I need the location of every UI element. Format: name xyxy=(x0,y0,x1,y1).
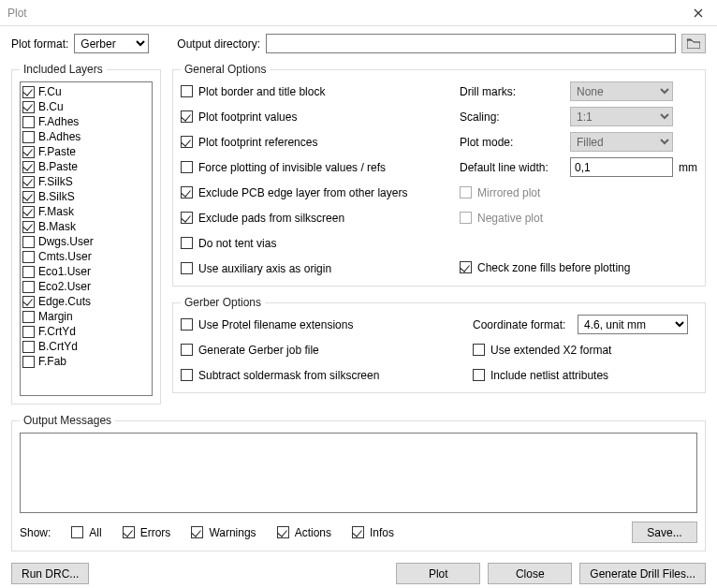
layer-label: Margin xyxy=(38,310,73,323)
filter-actions-checkbox[interactable] xyxy=(277,526,289,538)
layer-label: F.Adhes xyxy=(38,115,79,128)
line-width-label: Default line width: xyxy=(460,161,564,174)
layer-checkbox[interactable] xyxy=(22,326,35,338)
layer-row[interactable]: B.CrtYd xyxy=(22,339,150,354)
close-button[interactable]: Close xyxy=(488,563,572,584)
layer-checkbox[interactable] xyxy=(22,176,35,188)
netlist-attr-checkbox[interactable] xyxy=(473,369,485,381)
layer-row[interactable]: Edge.Cuts xyxy=(22,294,150,309)
filter-all-label: All xyxy=(89,526,101,539)
messages-output[interactable] xyxy=(20,433,697,513)
filter-errors-checkbox[interactable] xyxy=(123,526,135,538)
check-zones-checkbox[interactable] xyxy=(460,261,472,273)
plot-format-label: Plot format: xyxy=(11,37,68,51)
layer-label: B.Cu xyxy=(38,100,64,113)
plot-mode-select: Filled xyxy=(570,132,673,152)
general-opt-checkbox-0[interactable] xyxy=(181,85,193,97)
general-opt-checkbox-2[interactable] xyxy=(181,136,193,148)
layer-checkbox[interactable] xyxy=(22,131,35,143)
show-label: Show: xyxy=(20,526,51,539)
general-opt-label-4: Exclude PCB edge layer from other layers xyxy=(198,186,407,199)
coord-format-label: Coordinate format: xyxy=(473,318,572,331)
layer-row[interactable]: B.SilkS xyxy=(22,189,150,204)
general-opt-checkbox-5[interactable] xyxy=(181,212,193,224)
window-title: Plot xyxy=(7,0,27,26)
layer-row[interactable]: Eco1.User xyxy=(22,264,150,279)
drill-marks-select: None xyxy=(570,81,673,101)
layer-row[interactable]: F.Mask xyxy=(22,204,150,219)
layer-label: Edge.Cuts xyxy=(38,295,91,308)
general-opt-checkbox-4[interactable] xyxy=(181,186,193,198)
layer-row[interactable]: B.Paste xyxy=(22,159,150,174)
gerber-opt-checkbox-2[interactable] xyxy=(181,369,193,381)
layer-checkbox[interactable] xyxy=(22,296,35,308)
gerber-opt-checkbox-0[interactable] xyxy=(181,318,193,331)
coord-format-select[interactable]: 4.6, unit mm xyxy=(578,315,688,334)
layer-checkbox[interactable] xyxy=(22,251,35,263)
filter-all-checkbox[interactable] xyxy=(71,526,83,538)
general-options-group: General Options Plot border and title bl… xyxy=(172,63,706,287)
close-icon[interactable] xyxy=(680,0,717,26)
ext-x2-checkbox[interactable] xyxy=(473,344,485,356)
layer-row[interactable]: B.Mask xyxy=(22,219,150,234)
layer-checkbox[interactable] xyxy=(22,206,35,218)
layers-list[interactable]: F.CuB.CuF.AdhesB.AdhesF.PasteB.PasteF.Si… xyxy=(20,81,153,396)
layer-row[interactable]: Cmts.User xyxy=(22,249,150,264)
layer-checkbox[interactable] xyxy=(22,161,35,173)
gerber-opt-label-1: Generate Gerber job file xyxy=(198,344,319,357)
layer-row[interactable]: Dwgs.User xyxy=(22,234,150,249)
filter-errors-label: Errors xyxy=(140,526,171,539)
layer-row[interactable]: F.Paste xyxy=(22,144,150,159)
layer-checkbox[interactable] xyxy=(22,281,35,293)
general-opt-checkbox-6[interactable] xyxy=(181,237,193,249)
plot-format-select[interactable]: Gerber xyxy=(74,34,149,53)
gerber-opt-checkbox-1[interactable] xyxy=(181,344,193,356)
layer-checkbox[interactable] xyxy=(22,356,35,368)
layer-row[interactable]: F.SilkS xyxy=(22,174,150,189)
layer-row[interactable]: Margin xyxy=(22,309,150,324)
general-opt-checkbox-1[interactable] xyxy=(181,110,193,123)
browse-folder-button[interactable] xyxy=(681,34,706,53)
layer-checkbox[interactable] xyxy=(22,266,35,278)
layer-label: F.Mask xyxy=(38,205,74,218)
filter-infos-checkbox[interactable] xyxy=(352,526,364,538)
layer-label: B.Adhes xyxy=(38,130,80,143)
layer-checkbox[interactable] xyxy=(22,116,35,128)
layer-checkbox[interactable] xyxy=(22,86,35,98)
layer-label: B.CrtYd xyxy=(38,340,78,353)
output-dir-input[interactable] xyxy=(266,34,676,53)
layer-row[interactable]: F.Fab xyxy=(22,354,150,369)
generate-drill-button[interactable]: Generate Drill Files... xyxy=(579,563,706,584)
general-opt-checkbox-3[interactable] xyxy=(181,161,193,173)
layer-row[interactable]: B.Cu xyxy=(22,99,150,114)
layer-checkbox[interactable] xyxy=(22,101,35,113)
general-opt-checkbox-7[interactable] xyxy=(181,262,193,274)
ext-x2-label: Use extended X2 format xyxy=(490,344,611,357)
netlist-attr-label: Include netlist attributes xyxy=(490,369,608,382)
layer-checkbox[interactable] xyxy=(22,311,35,323)
line-width-input[interactable] xyxy=(570,157,673,177)
scaling-select: 1:1 xyxy=(570,107,673,126)
save-button[interactable]: Save... xyxy=(632,522,697,543)
layer-checkbox[interactable] xyxy=(22,146,35,158)
run-drc-button[interactable]: Run DRC... xyxy=(11,563,89,584)
layer-checkbox[interactable] xyxy=(22,236,35,248)
plot-button[interactable]: Plot xyxy=(396,563,480,584)
filter-warnings-label: Warnings xyxy=(209,526,256,539)
layer-label: F.SilkS xyxy=(38,175,73,188)
layer-label: Eco1.User xyxy=(38,265,91,278)
layer-checkbox[interactable] xyxy=(22,221,35,233)
layer-checkbox[interactable] xyxy=(22,341,35,353)
layer-row[interactable]: F.Cu xyxy=(22,84,150,99)
gerber-options-group: Gerber Options Use Protel filename exten… xyxy=(172,296,706,393)
general-opt-label-6: Do not tent vias xyxy=(198,237,276,250)
layer-row[interactable]: F.CrtYd xyxy=(22,324,150,339)
filter-warnings-checkbox[interactable] xyxy=(191,526,203,538)
layer-checkbox[interactable] xyxy=(22,191,35,203)
layer-row[interactable]: F.Adhes xyxy=(22,114,150,129)
layer-row[interactable]: B.Adhes xyxy=(22,129,150,144)
general-opt-label-5: Exclude pads from silkscreen xyxy=(198,212,344,225)
layer-row[interactable]: Eco2.User xyxy=(22,279,150,294)
gerber-legend: Gerber Options xyxy=(181,296,265,309)
check-zones-label: Check zone fills before plotting xyxy=(477,261,630,274)
